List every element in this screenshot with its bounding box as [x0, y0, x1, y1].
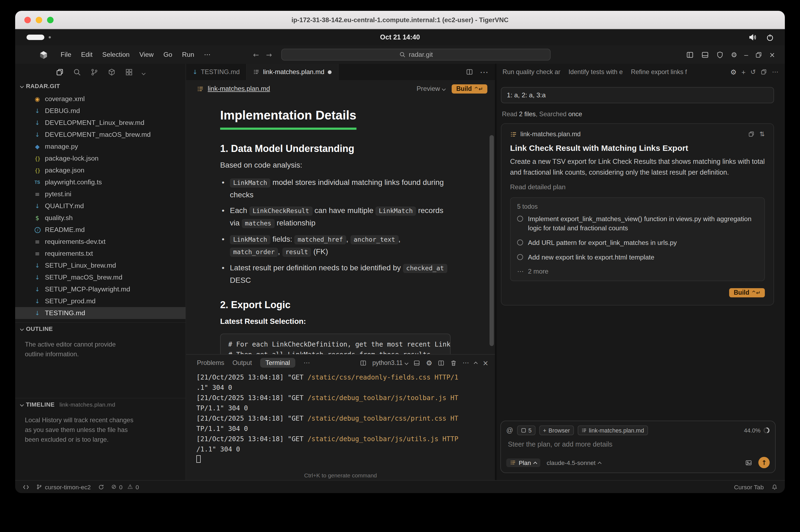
remote-host[interactable]: cursor-timon-ec2 [36, 483, 91, 490]
tab-testing-md[interactable]: ↓ TESTING.md [186, 64, 247, 80]
layout-panel-icon[interactable] [701, 51, 709, 59]
send-button[interactable]: ↑ [758, 457, 770, 468]
browser-badge[interactable]: + Browser [539, 425, 574, 435]
file-item-quality.sh[interactable]: $quality.sh [15, 212, 186, 224]
source-control-icon[interactable] [90, 68, 98, 76]
menu-edit[interactable]: Edit [76, 51, 97, 58]
chat-tab[interactable]: Run quality check an [502, 68, 560, 76]
file-item-TESTING.md[interactable]: ↓TESTING.md [15, 307, 186, 319]
tab-output[interactable]: Output [232, 359, 252, 366]
cursor-tab-toggle[interactable]: Cursor Tab [734, 483, 764, 490]
tab-link-matches-plan[interactable]: link-matches.plan.md [247, 64, 338, 80]
plan-file-badge[interactable]: link-matches.plan.md [577, 425, 648, 435]
outline-header[interactable]: OUTLINE [15, 323, 186, 335]
search-icon[interactable] [73, 68, 81, 76]
chat-scroll-area[interactable]: 1: a, 2: a, 3:a Read 2 files, Searched o… [497, 80, 785, 420]
timeline-header[interactable]: TIMELINE link-matches.plan.md [15, 398, 186, 410]
explorer-section-header[interactable]: RADAR.GIT [15, 80, 186, 92]
copy-icon[interactable] [748, 131, 755, 137]
file-item-SETUP_MCP-Playwright.md[interactable]: ↓SETUP_MCP-Playwright.md [15, 283, 186, 295]
layout-sidebar-icon[interactable] [686, 51, 694, 59]
tab-terminal[interactable]: Terminal [260, 358, 295, 368]
explorer-icon[interactable] [56, 68, 64, 76]
menu-go[interactable]: Go [159, 51, 177, 58]
modified-dot-icon[interactable] [328, 70, 331, 74]
bell-icon[interactable] [771, 483, 778, 490]
split-icon[interactable] [438, 359, 445, 366]
user-message[interactable]: 1: a, 2: a, 3:a [501, 87, 774, 103]
plus-icon[interactable]: + [741, 68, 745, 76]
todo-item[interactable]: Implement export_link_matches_view() fun… [517, 215, 758, 234]
file-item-QUALITY.md[interactable]: ↓QUALITY.md [15, 200, 186, 212]
gear-icon[interactable]: ⚙ [426, 359, 432, 367]
chat-tab[interactable]: Refine export links f [631, 68, 687, 76]
shell-selector[interactable]: python3.11 [372, 360, 408, 366]
file-item-pytest.ini[interactable]: ≡pytest.ini [15, 188, 186, 200]
file-item-package.json[interactable]: {}package.json [15, 164, 186, 176]
file-item-DEVELOPMENT_Linux_brew.md[interactable]: ↓DEVELOPMENT_Linux_brew.md [15, 117, 186, 129]
file-item-DEVELOPMENT_macOS_brew.md[interactable]: ↓DEVELOPMENT_macOS_brew.md [15, 129, 186, 140]
menu-view[interactable]: View [134, 51, 159, 58]
mention-icon[interactable]: @ [506, 426, 513, 434]
close-icon[interactable]: × [769, 51, 775, 59]
gear-icon[interactable]: ⚙ [731, 51, 737, 59]
todo-item[interactable]: Add new export link to export.html templ… [517, 253, 758, 263]
terminal-output[interactable]: [21/Oct/2025 13:04:18] "GET /static/css/… [186, 371, 495, 465]
more-icon[interactable]: ⋯ [480, 67, 488, 77]
file-item-SETUP_macOS_brew.md[interactable]: ↓SETUP_macOS_brew.md [15, 271, 186, 283]
file-item-coverage.xml[interactable]: ◉coverage.xml [15, 93, 186, 105]
editor-scrollbar[interactable] [489, 135, 494, 346]
chat-composer[interactable]: @ 5 + Browser link-matches.plan.md 44 [500, 421, 776, 473]
gear-icon[interactable]: ⚙ [730, 68, 737, 76]
file-item-package-lock.json[interactable]: {}package-lock.json [15, 152, 186, 164]
file-item-SETUP_Linux_brew.md[interactable]: ↓SETUP_Linux_brew.md [15, 260, 186, 271]
image-icon[interactable] [745, 459, 752, 466]
file-item-manage.py[interactable]: ◆manage.py [15, 140, 186, 152]
layout-panel-icon[interactable] [413, 359, 421, 366]
todos-more[interactable]: ⋯ 2 more [517, 267, 758, 275]
menu-run[interactable]: Run [177, 51, 199, 58]
grid-icon[interactable] [125, 68, 133, 76]
menu-overflow[interactable]: ⋯ [199, 51, 216, 58]
history-icon[interactable]: ↺ [750, 68, 756, 76]
expand-icon[interactable]: ⇅ [759, 130, 765, 138]
search-input[interactable]: radar.git [281, 49, 551, 60]
preview-dropdown[interactable]: Preview [416, 85, 445, 92]
sync-icon[interactable] [98, 483, 105, 490]
menu-selection[interactable]: Selection [97, 51, 134, 58]
chevron-down-icon[interactable] [142, 67, 145, 77]
chevron-up-icon[interactable] [475, 359, 477, 366]
file-item-requirements.txt[interactable]: ≡requirements.txt [15, 248, 186, 260]
chat-tab[interactable]: Identify tests with e [569, 68, 623, 76]
more-icon[interactable]: ⋯ [463, 359, 469, 366]
split-editor-icon[interactable] [466, 68, 473, 76]
more-icon[interactable]: ⋯ [303, 359, 310, 366]
columns-icon[interactable] [360, 359, 367, 366]
close-icon[interactable]: × [483, 359, 488, 367]
copy-icon[interactable] [761, 69, 767, 75]
file-item-playwright.config.ts[interactable]: TSplaywright.config.ts [15, 176, 186, 188]
file-item-SETUP_prod.md[interactable]: ↓SETUP_prod.md [15, 295, 186, 307]
trash-icon[interactable] [450, 359, 457, 366]
minimize-icon[interactable]: – [744, 51, 748, 59]
preview-file-link[interactable]: link-matches.plan.md [208, 85, 270, 92]
build-button[interactable]: Build^↵ [729, 288, 765, 297]
tab-problems[interactable]: Problems [197, 359, 224, 366]
read-detailed-plan-link[interactable]: Read detailed plan [510, 183, 765, 191]
restore-icon[interactable] [755, 51, 762, 58]
model-selector[interactable]: claude-4.5-sonnet [546, 459, 601, 466]
extensions-icon[interactable] [108, 68, 116, 76]
mode-selector[interactable]: Plan [506, 458, 540, 467]
more-icon[interactable]: ⋯ [772, 68, 778, 76]
context-tabs-badge[interactable]: 5 [517, 425, 535, 435]
back-icon[interactable]: ← [253, 51, 259, 59]
remote-icon[interactable] [23, 483, 29, 490]
menu-file[interactable]: File [56, 51, 76, 58]
build-button[interactable]: Build^↵ [452, 84, 487, 93]
file-item-requirements-dev.txt[interactable]: ≡requirements-dev.txt [15, 236, 186, 248]
todo-item[interactable]: Add URL pattern for export_link_matches … [517, 239, 758, 248]
file-item-DEBUG.md[interactable]: ↓DEBUG.md [15, 105, 186, 117]
forward-icon[interactable]: → [266, 51, 272, 59]
plan-file-name[interactable]: link-matches.plan.md [520, 130, 581, 138]
file-item-README.md[interactable]: iREADME.md [15, 224, 186, 236]
